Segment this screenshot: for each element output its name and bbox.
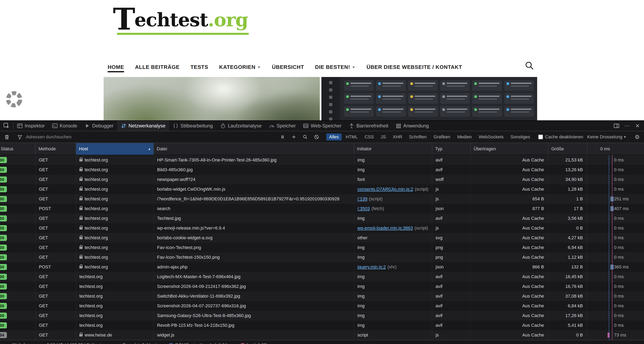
table-row[interactable]: 200GETtechtest.orgScreenshot-2026-04-07-… [0,301,644,311]
column-header-methode[interactable]: Methode [36,143,76,155]
search-icon[interactable] [301,133,310,141]
domcontentloaded-marker [609,155,609,340]
table-row[interactable]: 200GETtechtest.orgborlabs-cookie-widget-… [0,233,644,243]
tab-inspektor[interactable]: Inspektor [13,121,48,131]
tab-stilbearbeitung[interactable]: Stilbearbeitung [169,121,216,131]
nav-item-kategorien[interactable]: KATEGORIEN⌄ [219,62,261,72]
statusbar-item[interactable]: 3,93 MB / 1432,35 kB übertragen [47,342,112,344]
initiator-link[interactable]: /:3503 [358,206,370,211]
column-header-initiator[interactable]: Initiator [354,143,432,155]
column-header-status[interactable]: Status [0,143,36,155]
close-icon[interactable]: ✕ [633,121,642,130]
table-row[interactable]: 200GETtechtest.orgSamsung-Galaxy-S26-Ult… [0,311,644,320]
waterfall-time-label: 0 ms [614,301,624,311]
filter-chip-xhr[interactable]: XHR [390,134,405,140]
statusbar-item[interactable]: Beendet: 2,44 min [123,342,159,344]
table-row[interactable]: 200POSTtechtest.orgadmin-ajax.phpjquery.… [0,262,644,272]
waterfall-time-label: 0 ms [614,175,624,184]
filter-chip-schriften[interactable]: Schriften [406,134,430,140]
lock-icon [79,178,82,181]
table-row[interactable]: 200POSTtechtest.orgsearch/:3503(fetch)js… [0,204,644,214]
column-header-timeline[interactable]: 0 ms [587,143,644,155]
card-accent-dot [474,82,477,85]
table-row[interactable]: 200GETtechtest.orgHP-Smart-Tank-7305-All… [0,155,644,165]
table-row[interactable]: 200GETtechtest.orgRevolt-PB-115.kfz-Test… [0,320,644,330]
status-badge: 200 [0,244,7,251]
filter-chip-grafiken[interactable]: Grafiken [431,134,453,140]
gear-icon[interactable]: ⚙ [633,133,642,141]
meatball-menu-icon[interactable]: ⋯ [622,121,632,130]
block-icon[interactable] [312,133,321,141]
filter-chip-medien[interactable]: Medien [454,134,474,140]
filter-chip-websockets[interactable]: WebSockets [476,134,506,140]
method-cell: GET [36,165,76,175]
filter-chip-alles[interactable]: Alles [326,134,342,140]
cache-disable-checkbox[interactable] [538,135,543,139]
nav-item-bersicht[interactable]: ÜBERSICHT [272,62,304,72]
initiator-link[interactable]: wp-emoji-loader.min.js:3863 [358,225,413,231]
status-cell: 200 [0,301,36,311]
size-cell: 17,26 kB [548,311,587,320]
filter-chip-css[interactable]: CSS [362,134,377,140]
tab-speicher[interactable]: Speicher [265,121,300,131]
initiator-link[interactable]: jquery.min.js:2 [358,264,386,269]
column-header-host[interactable]: Host▲ [76,143,154,155]
column-header-datei[interactable]: Datei [154,143,354,155]
split-pane-icon[interactable] [612,121,621,130]
tab-laufzeitanalyse[interactable]: Laufzeitanalyse [216,121,265,131]
nav-item-alle-beitr-ge[interactable]: ALLE BEITRÄGE [135,62,180,72]
column-header-bertragen[interactable]: Übertragen [471,143,548,155]
pick-element-icon[interactable] [0,121,13,131]
column-header-typ[interactable]: Typ [432,143,471,155]
terminal-icon [52,123,58,129]
initiator-link[interactable]: consents.D7AR0Jjo.min.js:2 [358,187,413,192]
table-row[interactable]: 304GETwww.heise.dewidget.jsscriptjsAus C… [0,330,644,340]
nav-item-home[interactable]: HOME [108,62,124,72]
address-filter-input[interactable] [25,134,276,140]
tab-web-speicher[interactable]: Web-Speicher [299,121,345,131]
table-row[interactable]: 200GETtechtest.orgborlabs-widget.CwDOngW… [0,184,644,194]
table-row[interactable]: 200GETtechtest.orgFav-Icon-Techtest-150x… [0,252,644,262]
table-row[interactable]: 200GETtechtest.orgnewspaper.woff?24fontw… [0,175,644,184]
nav-item-tests[interactable]: TESTS [190,62,208,72]
statusbar-item[interactable]: 61 Anfragen [12,342,36,344]
card-text-line [479,83,499,84]
filter-chip-html[interactable]: HTML [343,134,361,140]
tab-netzwerkanalyse[interactable]: Netzwerkanalyse [117,121,169,131]
method-cell: GET [36,330,76,340]
tab-anwendung[interactable]: Anwendung [392,121,432,131]
table-row[interactable]: 200GETtechtest.orgSwitchBot-Akku-Ventila… [0,291,644,301]
pause-icon[interactable] [278,133,287,141]
filter-chip-js[interactable]: JS [378,134,389,140]
plus-icon[interactable] [290,133,298,141]
column-header-gr-e[interactable]: Größe [548,143,587,155]
table-row[interactable]: 200GETtechtest.orgwp-emoji-release.min.j… [0,223,644,233]
throttle-select[interactable]: Keine Drosselung ▾ [586,134,628,140]
tab-debugger[interactable]: Debugger [81,121,117,131]
cache-disable-toggle[interactable]: Cache deaktivieren [538,134,583,140]
table-row[interactable]: 200GETtechtest.org/?wordfence_lh=1&hid=8… [0,194,644,204]
table-row[interactable]: 200GETtechtest.orgTechtest.jpgimgavifAus… [0,214,644,223]
trash-icon[interactable] [2,133,11,141]
article-image-left[interactable] [104,77,320,120]
table-row[interactable]: 200GETtechtest.orgBild3-485x360.jpgimgav… [0,165,644,175]
table-row[interactable]: 200GETtechtest.orgScreenshot-2026-04-09-… [0,282,644,291]
card-text-line [382,86,401,87]
initiator-cell: img [354,311,432,320]
lock-icon [79,159,82,161]
statusbar-item[interactable]: DOMContentLoaded: 1,04 s [170,342,230,344]
nav-item-die-besten[interactable]: DIE BESTEN!⌄ [315,62,356,72]
filter-chip-sonstiges[interactable]: Sonstiges [508,134,533,140]
statusbar-item[interactable]: load: 1,67 s [241,342,270,344]
tab-konsole[interactable]: Konsole [48,121,81,131]
article-image-right[interactable] [322,77,537,120]
table-row[interactable]: 200GETtechtest.orgLogitech-MX-Master-4-T… [0,272,644,282]
site-search-icon[interactable] [524,61,536,72]
nav-item-ber-diese-webseite-kontakt[interactable]: ÜBER DIESE WEBSEITE / KONTAKT [366,62,462,72]
table-row[interactable]: 200GETtechtest.orgFav-Icon-Techtest.pngi… [0,243,644,252]
tab-barrierefreiheit[interactable]: Barrierefreiheit [345,121,392,131]
initiator-link[interactable]: /:139 [358,196,367,201]
column-header-label: Größe [551,146,564,152]
site-logo[interactable]: Techtest.org [113,5,248,33]
card-text-line [415,109,435,110]
